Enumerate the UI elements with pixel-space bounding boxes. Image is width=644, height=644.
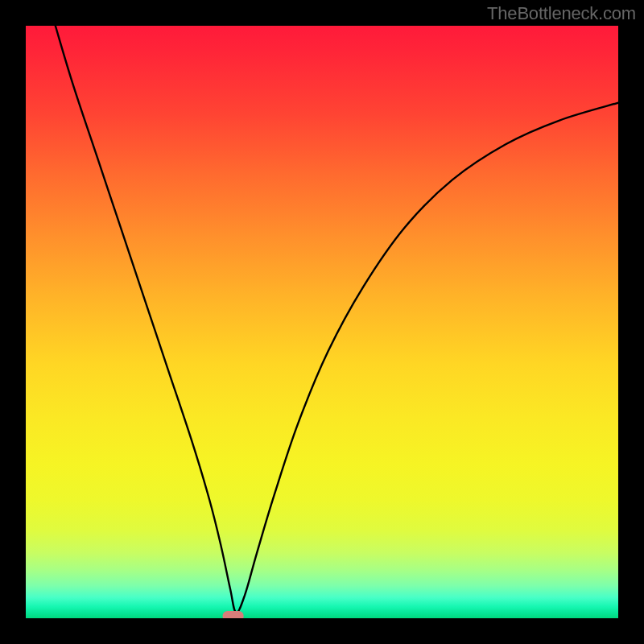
plot-area (26, 26, 618, 618)
minimum-marker (26, 26, 618, 618)
watermark-label: TheBottleneck.com (487, 3, 636, 24)
svg-rect-0 (223, 611, 244, 618)
chart-frame: TheBottleneck.com (0, 0, 644, 644)
